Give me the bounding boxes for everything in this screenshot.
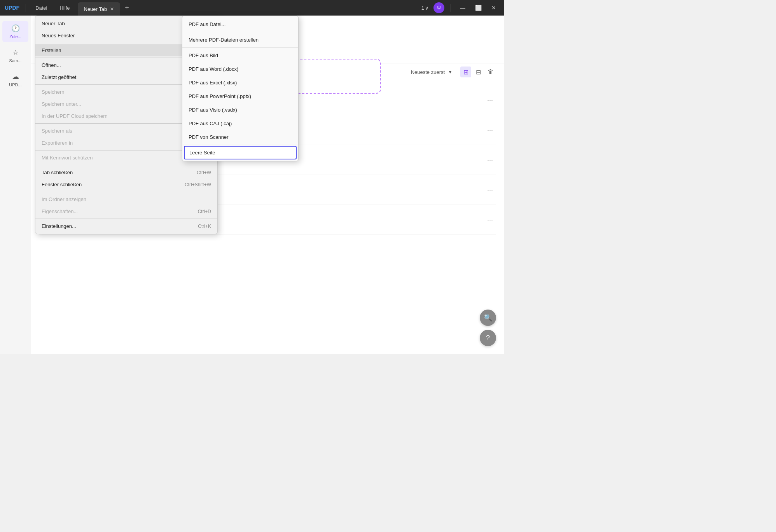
maximize-button[interactable]: ⬜	[473, 2, 484, 13]
menu-sep-7	[35, 192, 217, 192]
profile-button[interactable]: U	[433, 2, 444, 13]
submenu-pdf-from-ppt[interactable]: PDF aus PowerPoint (.pptx)	[182, 89, 298, 103]
menu-show-folder: Im Ordner anzeigen	[35, 193, 217, 205]
title-bar-right: 1 ∨ U — ⬜ ✕	[421, 2, 499, 13]
sidebar: 🕐 Zule... ☆ Sam... ☁ UPD...	[0, 16, 31, 354]
list-view-button[interactable]: ⊟	[473, 66, 484, 77]
submenu-pdf-from-visio[interactable]: PDF aus Visio (.vsdx)	[182, 103, 298, 117]
sidebar-item-cloud[interactable]: ☁ UPD...	[2, 69, 28, 90]
menu-settings[interactable]: Einstellungen... Ctrl+K	[35, 220, 217, 232]
active-tab-label: Neuer Tab	[84, 6, 107, 12]
file-more-4[interactable]: ···	[484, 214, 496, 226]
search-fab-button[interactable]: 🔍	[480, 310, 496, 326]
menu-properties: Eigenschaften... Ctrl+D	[35, 205, 217, 217]
sort-label: Neueste zuerst	[411, 69, 445, 75]
menu-close-tab[interactable]: Tab schließen Ctrl+W	[35, 166, 217, 178]
file-more-1[interactable]: ···	[484, 124, 496, 136]
close-tab-button[interactable]: ✕	[110, 6, 114, 12]
divider-1	[26, 4, 26, 12]
app-logo: UPDF	[5, 5, 19, 11]
submenu-sep-2	[182, 47, 298, 48]
cloud-icon: ☁	[12, 72, 19, 81]
tab-count[interactable]: 1 ∨	[421, 5, 429, 11]
submenu-multi-pdf[interactable]: Mehrere PDF-Dateien erstellen	[182, 33, 298, 47]
sidebar-item-samples-label: Sam...	[9, 58, 22, 63]
sort-arrow-icon: ▼	[448, 69, 453, 75]
fab-group: 🔍 ?	[480, 310, 496, 346]
submenu-pdf-from-caj[interactable]: PDF aus CAJ (.caj)	[182, 117, 298, 130]
grid-view-button[interactable]: ⊞	[460, 66, 471, 77]
datei-menu-button[interactable]: Datei	[31, 4, 52, 12]
submenu-pdf-from-file[interactable]: PDF aus Datei...	[182, 18, 298, 31]
file-more-2[interactable]: ···	[484, 154, 496, 166]
file-more-3[interactable]: ···	[484, 184, 496, 196]
submenu-sep-1	[182, 32, 298, 32]
submenu-pdf-from-excel[interactable]: PDF aus Excel (.xlsx)	[182, 76, 298, 89]
sidebar-item-recent[interactable]: 🕐 Zule...	[2, 21, 28, 42]
help-fab-button[interactable]: ?	[480, 330, 496, 346]
divider-2	[451, 4, 451, 12]
recent-icon: 🕐	[11, 24, 20, 33]
minimize-button[interactable]: —	[457, 2, 468, 13]
sidebar-item-recent-label: Zule...	[9, 34, 21, 39]
title-bar: UPDF Datei Hilfe Neuer Tab ✕ + 1 ∨ U — ⬜…	[0, 0, 504, 16]
view-icons: ⊞ ⊟ 🗑	[460, 66, 496, 77]
new-tab-button[interactable]: +	[125, 4, 129, 12]
star-icon: ☆	[12, 48, 19, 57]
close-window-button[interactable]: ✕	[488, 2, 499, 13]
menu-close-window[interactable]: Fenster schließen Ctrl+Shift+W	[35, 178, 217, 191]
create-submenu: PDF aus Datei... Mehrere PDF-Dateien ers…	[182, 16, 299, 161]
menu-sep-6	[35, 165, 217, 165]
submenu-pdf-from-scanner[interactable]: PDF von Scanner	[182, 130, 298, 144]
file-more-0[interactable]: ···	[484, 94, 496, 106]
submenu-sep-3	[182, 145, 298, 145]
trash-button[interactable]: 🗑	[485, 66, 496, 77]
sidebar-item-samples[interactable]: ☆ Sam...	[2, 45, 28, 66]
menu-sep-8	[35, 219, 217, 219]
active-tab[interactable]: Neuer Tab ✕	[78, 2, 121, 16]
hilfe-menu-button[interactable]: Hilfe	[55, 4, 74, 12]
submenu-pdf-from-word[interactable]: PDF aus Word (.docx)	[182, 62, 298, 76]
submenu-blank-page[interactable]: Leere Seite	[184, 146, 297, 159]
sidebar-item-cloud-label: UPD...	[9, 82, 21, 87]
submenu-pdf-from-image[interactable]: PDF aus Bild	[182, 49, 298, 62]
